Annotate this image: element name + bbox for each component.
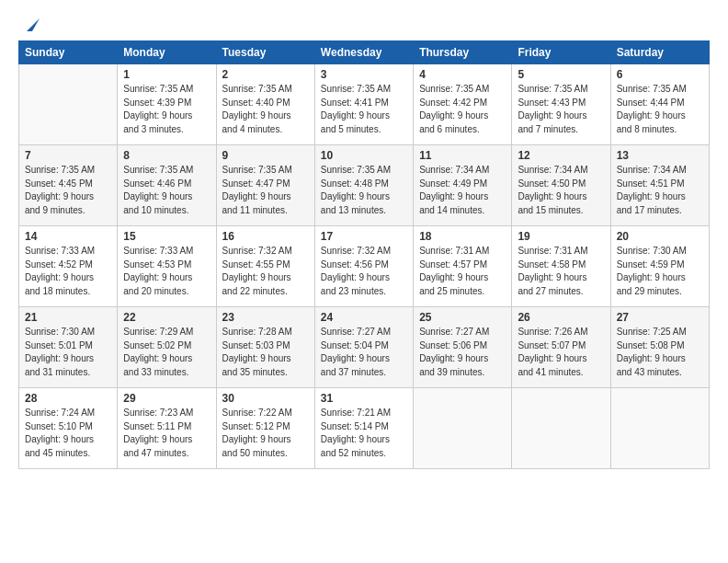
day-cell: 18Sunrise: 7:31 AM Sunset: 4:57 PM Dayli… — [414, 226, 512, 307]
day-info: Sunrise: 7:33 AM Sunset: 4:53 PM Dayligh… — [123, 245, 210, 298]
day-cell: 16Sunrise: 7:32 AM Sunset: 4:55 PM Dayli… — [216, 226, 314, 307]
day-number: 7 — [25, 149, 111, 162]
header-cell-monday: Monday — [118, 41, 216, 64]
day-cell: 26Sunrise: 7:26 AM Sunset: 5:07 PM Dayli… — [512, 307, 610, 388]
day-number: 16 — [222, 230, 309, 243]
day-cell: 19Sunrise: 7:31 AM Sunset: 4:58 PM Dayli… — [512, 226, 610, 307]
day-number: 13 — [617, 149, 703, 162]
day-info: Sunrise: 7:27 AM Sunset: 5:06 PM Dayligh… — [419, 326, 506, 379]
day-info: Sunrise: 7:23 AM Sunset: 5:11 PM Dayligh… — [123, 407, 210, 460]
day-info: Sunrise: 7:22 AM Sunset: 5:12 PM Dayligh… — [222, 407, 309, 460]
day-info: Sunrise: 7:26 AM Sunset: 5:07 PM Dayligh… — [518, 326, 604, 379]
day-number: 8 — [123, 149, 210, 162]
day-number: 20 — [617, 230, 703, 243]
day-cell: 17Sunrise: 7:32 AM Sunset: 4:56 PM Dayli… — [314, 226, 413, 307]
header-cell-tuesday: Tuesday — [216, 41, 314, 64]
day-cell: 14Sunrise: 7:33 AM Sunset: 4:52 PM Dayli… — [19, 226, 118, 307]
day-info: Sunrise: 7:21 AM Sunset: 5:14 PM Dayligh… — [321, 407, 407, 460]
day-number: 2 — [222, 68, 309, 81]
day-cell: 22Sunrise: 7:29 AM Sunset: 5:02 PM Dayli… — [118, 307, 216, 388]
day-info: Sunrise: 7:31 AM Sunset: 4:57 PM Dayligh… — [419, 245, 506, 298]
day-number: 21 — [25, 311, 111, 324]
day-cell — [610, 388, 709, 469]
day-cell: 29Sunrise: 7:23 AM Sunset: 5:11 PM Dayli… — [118, 388, 216, 469]
day-cell: 21Sunrise: 7:30 AM Sunset: 5:01 PM Dayli… — [19, 307, 118, 388]
day-number: 25 — [419, 311, 506, 324]
day-info: Sunrise: 7:34 AM Sunset: 4:50 PM Dayligh… — [518, 164, 604, 217]
day-info: Sunrise: 7:29 AM Sunset: 5:02 PM Dayligh… — [123, 326, 210, 379]
day-info: Sunrise: 7:25 AM Sunset: 5:08 PM Dayligh… — [617, 326, 703, 379]
day-cell: 12Sunrise: 7:34 AM Sunset: 4:50 PM Dayli… — [512, 145, 610, 226]
day-cell: 5Sunrise: 7:35 AM Sunset: 4:43 PM Daylig… — [512, 64, 610, 145]
week-row-5: 28Sunrise: 7:24 AM Sunset: 5:10 PM Dayli… — [19, 388, 710, 469]
day-cell: 13Sunrise: 7:34 AM Sunset: 4:51 PM Dayli… — [610, 145, 709, 226]
day-cell: 23Sunrise: 7:28 AM Sunset: 5:03 PM Dayli… — [216, 307, 314, 388]
day-info: Sunrise: 7:35 AM Sunset: 4:47 PM Dayligh… — [222, 164, 309, 217]
day-info: Sunrise: 7:35 AM Sunset: 4:46 PM Dayligh… — [123, 164, 210, 217]
day-info: Sunrise: 7:32 AM Sunset: 4:55 PM Dayligh… — [222, 245, 309, 298]
day-info: Sunrise: 7:35 AM Sunset: 4:42 PM Dayligh… — [419, 83, 506, 136]
day-cell — [414, 388, 512, 469]
week-row-2: 7Sunrise: 7:35 AM Sunset: 4:45 PM Daylig… — [19, 145, 710, 226]
day-cell: 30Sunrise: 7:22 AM Sunset: 5:12 PM Dayli… — [216, 388, 314, 469]
day-number: 14 — [25, 230, 111, 243]
svg-marker-0 — [27, 18, 40, 31]
day-cell: 7Sunrise: 7:35 AM Sunset: 4:45 PM Daylig… — [19, 145, 118, 226]
day-number: 12 — [518, 149, 604, 162]
day-info: Sunrise: 7:35 AM Sunset: 4:45 PM Dayligh… — [25, 164, 111, 217]
header — [18, 15, 710, 31]
logo-bird-icon — [19, 15, 40, 35]
week-row-1: 1Sunrise: 7:35 AM Sunset: 4:39 PM Daylig… — [19, 64, 710, 145]
day-info: Sunrise: 7:31 AM Sunset: 4:58 PM Dayligh… — [518, 245, 604, 298]
logo — [18, 15, 40, 31]
day-cell — [19, 64, 118, 145]
day-info: Sunrise: 7:35 AM Sunset: 4:43 PM Dayligh… — [518, 83, 604, 136]
day-cell: 8Sunrise: 7:35 AM Sunset: 4:46 PM Daylig… — [118, 145, 216, 226]
day-cell: 9Sunrise: 7:35 AM Sunset: 4:47 PM Daylig… — [216, 145, 314, 226]
day-info: Sunrise: 7:35 AM Sunset: 4:48 PM Dayligh… — [321, 164, 407, 217]
day-number: 23 — [222, 311, 309, 324]
day-number: 4 — [419, 68, 506, 81]
week-row-3: 14Sunrise: 7:33 AM Sunset: 4:52 PM Dayli… — [19, 226, 710, 307]
day-info: Sunrise: 7:27 AM Sunset: 5:04 PM Dayligh… — [321, 326, 407, 379]
day-cell — [512, 388, 610, 469]
week-row-4: 21Sunrise: 7:30 AM Sunset: 5:01 PM Dayli… — [19, 307, 710, 388]
header-cell-saturday: Saturday — [610, 41, 709, 64]
day-number: 1 — [123, 68, 210, 81]
calendar-table: SundayMondayTuesdayWednesdayThursdayFrid… — [18, 40, 710, 469]
day-info: Sunrise: 7:35 AM Sunset: 4:41 PM Dayligh… — [321, 83, 407, 136]
day-number: 31 — [321, 392, 407, 405]
day-cell: 15Sunrise: 7:33 AM Sunset: 4:53 PM Dayli… — [118, 226, 216, 307]
day-cell: 4Sunrise: 7:35 AM Sunset: 4:42 PM Daylig… — [414, 64, 512, 145]
day-number: 22 — [123, 311, 210, 324]
day-info: Sunrise: 7:30 AM Sunset: 5:01 PM Dayligh… — [25, 326, 111, 379]
day-info: Sunrise: 7:34 AM Sunset: 4:49 PM Dayligh… — [419, 164, 506, 217]
day-number: 27 — [617, 311, 703, 324]
day-number: 26 — [518, 311, 604, 324]
day-info: Sunrise: 7:33 AM Sunset: 4:52 PM Dayligh… — [25, 245, 111, 298]
day-info: Sunrise: 7:35 AM Sunset: 4:39 PM Dayligh… — [123, 83, 210, 136]
day-number: 30 — [222, 392, 309, 405]
day-cell: 25Sunrise: 7:27 AM Sunset: 5:06 PM Dayli… — [414, 307, 512, 388]
day-info: Sunrise: 7:30 AM Sunset: 4:59 PM Dayligh… — [617, 245, 703, 298]
header-cell-friday: Friday — [512, 41, 610, 64]
day-number: 10 — [321, 149, 407, 162]
day-number: 6 — [617, 68, 703, 81]
day-info: Sunrise: 7:28 AM Sunset: 5:03 PM Dayligh… — [222, 326, 309, 379]
day-number: 11 — [419, 149, 506, 162]
day-number: 9 — [222, 149, 309, 162]
day-cell: 10Sunrise: 7:35 AM Sunset: 4:48 PM Dayli… — [314, 145, 413, 226]
day-info: Sunrise: 7:35 AM Sunset: 4:40 PM Dayligh… — [222, 83, 309, 136]
day-cell: 3Sunrise: 7:35 AM Sunset: 4:41 PM Daylig… — [314, 64, 413, 145]
day-number: 29 — [123, 392, 210, 405]
day-info: Sunrise: 7:35 AM Sunset: 4:44 PM Dayligh… — [617, 83, 703, 136]
day-info: Sunrise: 7:32 AM Sunset: 4:56 PM Dayligh… — [321, 245, 407, 298]
day-number: 17 — [321, 230, 407, 243]
calendar-header: SundayMondayTuesdayWednesdayThursdayFrid… — [19, 41, 710, 64]
day-cell: 24Sunrise: 7:27 AM Sunset: 5:04 PM Dayli… — [314, 307, 413, 388]
day-cell: 28Sunrise: 7:24 AM Sunset: 5:10 PM Dayli… — [19, 388, 118, 469]
day-info: Sunrise: 7:24 AM Sunset: 5:10 PM Dayligh… — [25, 407, 111, 460]
day-number: 18 — [419, 230, 506, 243]
day-number: 19 — [518, 230, 604, 243]
calendar-body: 1Sunrise: 7:35 AM Sunset: 4:39 PM Daylig… — [19, 64, 710, 469]
